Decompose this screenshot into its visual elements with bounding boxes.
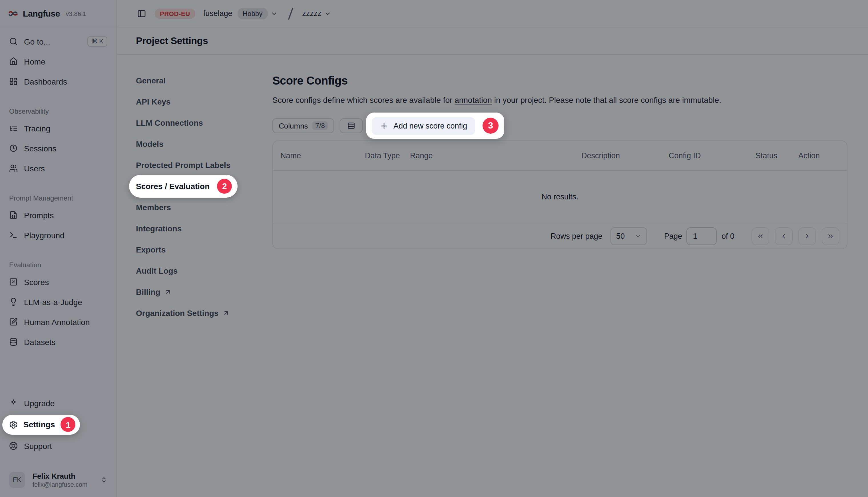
app-window: Langfuse v3.86.1 Go to... ⌘ K Home Dashb… <box>0 0 868 497</box>
add-score-config-button[interactable]: Add new score config <box>372 117 475 134</box>
step-badge-2: 2 <box>217 179 232 194</box>
step-badge-3: 3 <box>482 118 498 134</box>
settings-nav-label: Scores / Evaluation <box>136 181 209 190</box>
add-score-config-label: Add new score config <box>393 122 467 130</box>
gear-icon <box>9 420 18 429</box>
settings-nav-scores-evaluation[interactable]: Scores / Evaluation 2 <box>129 174 237 197</box>
sidebar-item-label: Settings <box>24 420 55 429</box>
tutorial-callout: Add new score config 3 <box>366 113 504 139</box>
plus-icon <box>380 122 388 130</box>
tutorial-dim-overlay <box>0 0 868 497</box>
step-badge-1: 1 <box>60 417 75 432</box>
sidebar-item-settings[interactable]: Settings 1 <box>2 414 80 435</box>
